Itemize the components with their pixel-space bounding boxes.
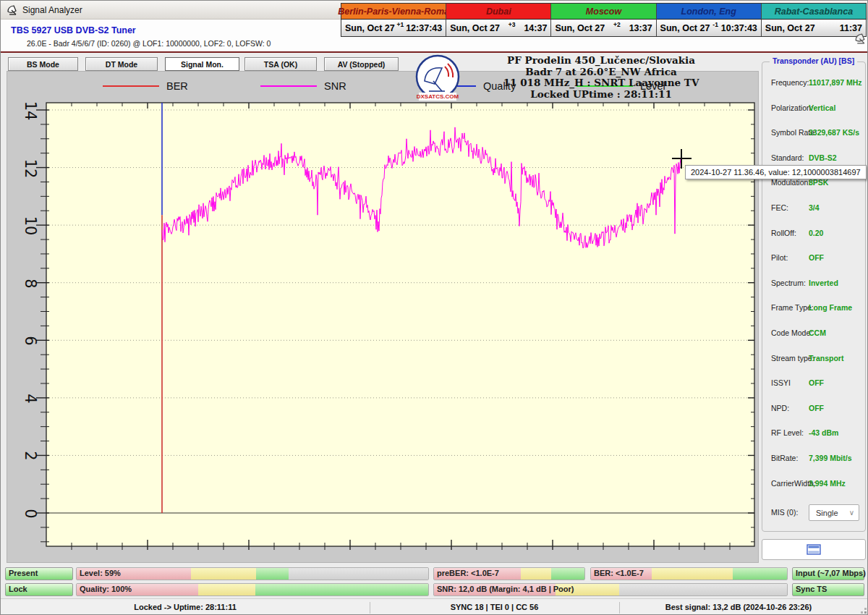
tab-dt-mode[interactable]: DT Mode bbox=[85, 57, 158, 71]
transponder-value: 3/4 bbox=[809, 203, 820, 212]
transponder-value: DVB-S2 bbox=[809, 153, 837, 162]
clock-column-london-eng: London, EngSun, Oct 27-110:37:43 bbox=[657, 4, 762, 36]
transponder-value: 8PSK bbox=[809, 178, 828, 187]
tab-bs-mode[interactable]: BS Mode bbox=[8, 57, 78, 71]
app-dish-icon bbox=[7, 4, 18, 16]
transponder-label: BitRate: bbox=[771, 454, 798, 462]
transponder-row: Symbol Rate:3329,687 KS/s bbox=[762, 128, 867, 143]
meter-bar-snr: SNR: 12,0 dB (Margin: 4,1 dB | Poor) bbox=[433, 583, 788, 596]
meter-bar-quality: Quality: 100% bbox=[76, 583, 429, 596]
log-list-icon bbox=[807, 544, 821, 555]
transponder-row: Code Mode:CCM bbox=[762, 328, 867, 343]
meter-bar-level: Level: 59% bbox=[76, 567, 429, 580]
clock-city-label: Dubai bbox=[446, 4, 550, 20]
clock-city-label: London, Eng bbox=[657, 4, 761, 20]
clock-column-moscow: MoscowSun, Oct 27+213:37 bbox=[551, 4, 656, 36]
clock-time: 14:37 bbox=[524, 23, 547, 33]
mis-selected-value: Single bbox=[809, 509, 849, 517]
clock-time: 11:37 bbox=[840, 23, 862, 33]
clock-utc-offset: -1 bbox=[710, 21, 720, 28]
transponder-value: OFF bbox=[809, 253, 824, 262]
transponder-value: 3329,687 KS/s bbox=[809, 128, 859, 137]
pill-label: Input (~7,07 Mbps) bbox=[796, 569, 866, 577]
clock-date: Sun, Oct 27 bbox=[660, 23, 710, 33]
mis-select[interactable]: Single ∨ bbox=[809, 504, 859, 521]
status-pill-present: Present bbox=[5, 567, 73, 580]
clock-date: Sun, Oct 27 bbox=[345, 23, 395, 33]
clock-utc-offset: +3 bbox=[500, 21, 524, 28]
meter-segment-green bbox=[551, 568, 584, 580]
pill-label: Present bbox=[9, 569, 38, 577]
meter-label: Quality: 100% bbox=[80, 585, 132, 593]
window-title: Signal Analyzer bbox=[22, 5, 82, 15]
y-tick-label: 12 bbox=[20, 158, 39, 179]
status-lock-uptime: Locked -> Uptime: 28:11:11 bbox=[1, 603, 370, 611]
clock-column-rabat-casablanca: Rabat-CasablancaSun, Oct 2711:37 bbox=[762, 4, 866, 36]
tab-tsa-ok-[interactable]: TSA (OK) bbox=[244, 57, 317, 71]
transponder-label: FEC: bbox=[771, 203, 788, 212]
transponder-label: Code Mode: bbox=[771, 328, 812, 337]
y-tick-label: 8 bbox=[20, 273, 39, 294]
meter-label: Level: 59% bbox=[80, 569, 121, 577]
header-line-4: Locked UPtime : 28:11:11 bbox=[449, 89, 753, 101]
legend-swatch-ber bbox=[103, 85, 159, 87]
clock-time-cell: Sun, Oct 27+213:37 bbox=[551, 20, 655, 36]
transponder-value: 0.20 bbox=[809, 229, 823, 237]
status-sync-counters: SYNC 18 | TEI 0 | CC 56 bbox=[370, 603, 619, 611]
snr-plot[interactable] bbox=[7, 72, 758, 562]
resize-grip[interactable] bbox=[859, 606, 867, 614]
transponder-label: RF Level: bbox=[771, 428, 804, 437]
separator-line bbox=[1, 51, 868, 53]
transponder-row: Frequency:11017,897 MHz bbox=[762, 78, 867, 93]
transponder-row: FEC:3/4 bbox=[762, 203, 867, 218]
clock-time: 13:37 bbox=[629, 23, 652, 33]
transponder-value: Inverted bbox=[809, 279, 838, 287]
clock-city-label: Moscow bbox=[551, 4, 655, 20]
y-tick-label: 2 bbox=[20, 445, 39, 467]
transponder-label: ISSYI bbox=[771, 378, 791, 387]
tab-av-stopped-[interactable]: AV (Stopped) bbox=[324, 57, 399, 71]
clock-column-berlin-paris-vienna-roma: Berlin-Paris-Vienna-RomaSun, Oct 27+112:… bbox=[341, 4, 446, 36]
meter-segment-green bbox=[256, 568, 289, 580]
mis-row: MIS (0): Single ∨ bbox=[762, 508, 867, 522]
y-tick-label: 0 bbox=[20, 503, 39, 525]
transponder-value: CCM bbox=[809, 328, 826, 337]
meter-segment-yellow bbox=[521, 568, 551, 580]
transponder-label: Frequency: bbox=[771, 78, 809, 87]
meter-label: preBER: <1.0E-7 bbox=[437, 569, 499, 577]
mis-label: MIS (0): bbox=[771, 508, 798, 517]
transponder-value: 7,399 Mbit/s bbox=[809, 454, 852, 462]
transponder-label: Modulation: bbox=[771, 178, 810, 187]
transponder-label: Stream type: bbox=[771, 354, 814, 362]
tab-signal-mon-[interactable]: Signal Mon. bbox=[165, 57, 239, 71]
transponder-label: Pilot: bbox=[771, 253, 788, 262]
log-export-button[interactable] bbox=[762, 539, 866, 560]
pill-label: Sync TS bbox=[796, 585, 827, 593]
header-line-1: PF Prodelin 450_Lučenec/Slovakia bbox=[449, 55, 753, 67]
transponder-row: BitRate:7,399 Mbit/s bbox=[762, 454, 867, 468]
meter-label: BER: <1.0E-7 bbox=[594, 569, 644, 577]
signal-analyzer-window: Signal Analyzer TBS 5927 USB DVB-S2 Tune… bbox=[0, 0, 868, 615]
meter-segment-yellow bbox=[198, 584, 255, 595]
legend-label: BER bbox=[166, 80, 188, 92]
transponder-row: RollOff:0.20 bbox=[762, 229, 867, 243]
transponder-panel-title: Transponder (AU) [BS] bbox=[770, 56, 857, 65]
transponder-value: Long Frame bbox=[809, 303, 852, 312]
transponder-value: Transport bbox=[809, 354, 843, 362]
transponder-value: OFF bbox=[809, 404, 824, 412]
y-tick-label: 14 bbox=[20, 100, 39, 122]
status-best-signal: Best signal: 13,2 dB (2024-10-26 23:26) bbox=[619, 603, 858, 611]
meter-label: SNR: 12,0 dB (Margin: 4,1 dB | Poor) bbox=[437, 585, 574, 593]
transponder-label: Frame Type: bbox=[771, 303, 814, 312]
meter-segment-yellow bbox=[191, 568, 255, 580]
chevron-down-icon: ∨ bbox=[849, 509, 859, 517]
header-line-2: Badr 7 at 26.0°E_NW Africa bbox=[449, 67, 753, 78]
clock-city-label: Rabat-Casablanca bbox=[762, 4, 866, 20]
transponder-row: CarrierWidth:3,994 MHz bbox=[762, 479, 867, 493]
dxsatcs-logo: DXSATCS.COM bbox=[413, 54, 462, 103]
transponder-panel: Transponder (AU) [BS] Frequency:11017,89… bbox=[762, 62, 866, 532]
transponder-label: Standard: bbox=[771, 153, 804, 162]
clock-date: Sun, Oct 27 bbox=[765, 23, 815, 33]
clock-city-label: Berlin-Paris-Vienna-Roma bbox=[341, 4, 446, 20]
clock-column-dubai: DubaiSun, Oct 27+314:37 bbox=[446, 4, 551, 36]
